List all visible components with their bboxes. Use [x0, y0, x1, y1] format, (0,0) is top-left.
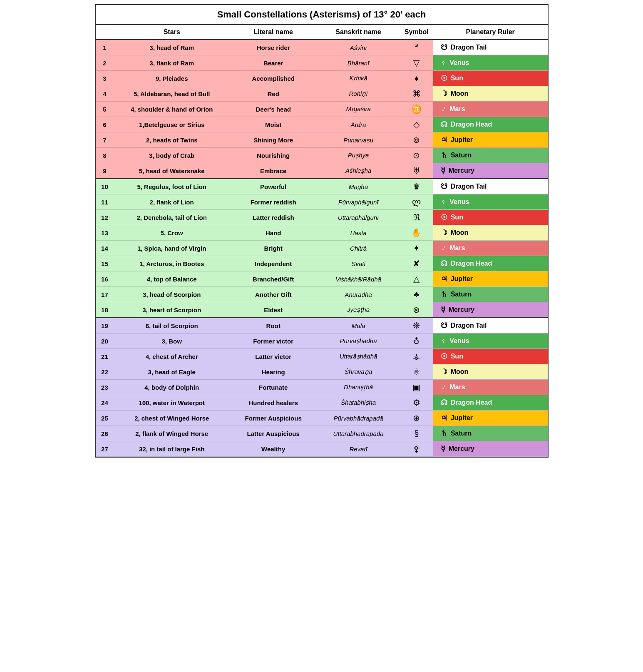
row-number: 7: [96, 132, 114, 148]
symbol-cell: ▣: [400, 380, 433, 395]
ruler-symbol: ☿: [441, 444, 445, 453]
ruler-name: Saturn: [451, 430, 472, 437]
ruler-symbol: ♃: [441, 274, 447, 284]
literal-name-cell: Independent: [230, 256, 317, 271]
literal-name-cell: Horse rider: [230, 40, 317, 55]
ruler-name: Saturn: [451, 291, 472, 298]
table-title: Small Constellations (Asterisms) of 13° …: [96, 5, 548, 25]
ruler-name: Moon: [451, 90, 469, 97]
row-number: 14: [96, 241, 114, 256]
ruler-cell: ☿Mercury: [433, 302, 548, 318]
constellations-table: Stars Literal name Sanskrit name Symbol …: [96, 25, 548, 457]
row-number: 17: [96, 287, 114, 302]
symbol-cell: ♅: [400, 163, 433, 179]
table-row: 112, flank of LionFormer reddishPūrvaphā…: [96, 194, 548, 210]
stars-cell: 3, body of Crab: [114, 148, 230, 163]
ruler-symbol: ☽: [441, 367, 447, 376]
ruler-cell: ☋Dragon Tail: [433, 318, 548, 334]
literal-name-cell: Hearing: [230, 364, 317, 380]
row-number: 12: [96, 210, 114, 225]
literal-name-cell: Root: [230, 318, 317, 334]
ruler-cell: ☿Mercury: [433, 163, 548, 179]
table-row: 23, flank of RamBearerBhāranī▽♀Venus: [96, 55, 548, 71]
table-row: 39, PleiadesAccomplishedKṛttikā♦☉Sun: [96, 71, 548, 86]
ruler-cell: ♂Mars: [433, 102, 548, 117]
symbol-cell: ✋: [400, 225, 433, 241]
row-number: 26: [96, 426, 114, 441]
literal-name-cell: Deer's head: [230, 102, 317, 117]
sanskrit-name-cell: Māgha: [317, 179, 400, 194]
symbol-cell: ✘: [400, 256, 433, 271]
ruler-symbol: ♂: [441, 383, 447, 392]
header-row: Stars Literal name Sanskrit name Symbol …: [96, 25, 548, 40]
ruler-name: Jupiter: [451, 136, 473, 144]
ruler-name: Mercury: [449, 445, 474, 453]
table-row: 24100, water in WaterpotHundred healersŚ…: [96, 395, 548, 411]
ruler-cell: ♀Venus: [433, 55, 548, 71]
col-sanskrit: Sanskrit name: [317, 25, 400, 40]
col-symbol: Symbol: [400, 25, 433, 40]
ruler-cell: ☽Moon: [433, 364, 548, 380]
ruler-name: Sun: [451, 353, 463, 360]
stars-cell: 4, chest of Archer: [114, 349, 230, 364]
literal-name-cell: Branched/Gift: [230, 271, 317, 287]
ruler-symbol: ♃: [441, 413, 447, 423]
symbol-cell: ▽: [400, 55, 433, 71]
symbol-cell: §: [400, 426, 433, 441]
sanskrit-name-cell: Mūla: [317, 318, 400, 334]
table-row: 151, Arcturus, in BootesIndependentSvāti…: [96, 256, 548, 271]
sanskrit-name-cell: Aśvinī: [317, 40, 400, 55]
ruler-name: Venus: [449, 337, 469, 345]
literal-name-cell: Accomplished: [230, 71, 317, 86]
sanskrit-name-cell: Viśhākhā/Rādhā: [317, 271, 400, 287]
ruler-name: Dragon Tail: [451, 44, 487, 51]
ruler-symbol: ♀: [441, 59, 447, 67]
ruler-name: Dragon Head: [451, 260, 492, 267]
ruler-symbol: ♂: [441, 105, 447, 114]
literal-name-cell: Former Auspicious: [230, 411, 317, 426]
sanskrit-name-cell: Puṣhya: [317, 148, 400, 163]
table-row: 13, head of RamHorse riderAśvinīꟴ☋Dragon…: [96, 40, 548, 55]
symbol-cell: ♛: [400, 179, 433, 194]
ruler-cell: ♀Venus: [433, 334, 548, 349]
table-body: 13, head of RamHorse riderAśvinīꟴ☋Dragon…: [96, 40, 548, 457]
stars-cell: 2, chest of Winged Horse: [114, 411, 230, 426]
symbol-cell: ლ: [400, 194, 433, 210]
ruler-cell: ☋Dragon Tail: [433, 179, 548, 194]
stars-cell: 3, head of Scorpion: [114, 287, 230, 302]
stars-cell: 5, head of Watersnake: [114, 163, 230, 179]
symbol-cell: ⊗: [400, 302, 433, 318]
table-row: 164, top of BalanceBranched/GiftViśhākhā…: [96, 271, 548, 287]
stars-cell: 9, Pleiades: [114, 71, 230, 86]
ruler-symbol: ☉: [441, 213, 447, 222]
table-row: 141, Spica, hand of VirginBrightChitrā✦♂…: [96, 241, 548, 256]
literal-name-cell: Another Gift: [230, 287, 317, 302]
literal-name-cell: Nourishing: [230, 148, 317, 163]
literal-name-cell: Former victor: [230, 334, 317, 349]
row-number: 15: [96, 256, 114, 271]
table-row: 72, heads of TwinsShining MorePunarvasu⊚…: [96, 132, 548, 148]
ruler-cell: ☉Sun: [433, 210, 548, 225]
literal-name-cell: Fortunate: [230, 380, 317, 395]
ruler-name: Mars: [449, 244, 465, 252]
ruler-cell: ☉Sun: [433, 71, 548, 86]
sanskrit-name-cell: Pūrvabhādrapadā: [317, 411, 400, 426]
ruler-cell: ♄Saturn: [433, 148, 548, 163]
row-number: 3: [96, 71, 114, 86]
stars-cell: 1, Arcturus, in Bootes: [114, 256, 230, 271]
ruler-name: Dragon Tail: [451, 183, 487, 190]
ruler-name: Sun: [451, 75, 463, 82]
sanskrit-name-cell: Ārdra: [317, 117, 400, 132]
ruler-name: Moon: [451, 229, 469, 236]
ruler-name: Dragon Tail: [451, 322, 487, 329]
table-row: 2732, in tail of large FishWealthyRevatī…: [96, 441, 548, 457]
table-row: 95, head of WatersnakeEmbraceAśhleṣha♅☿M…: [96, 163, 548, 179]
row-number: 25: [96, 411, 114, 426]
ruler-symbol: ☋: [441, 43, 447, 52]
sanskrit-name-cell: Jyeṣṭha: [317, 302, 400, 318]
sanskrit-name-cell: Mṛgaśira: [317, 102, 400, 117]
ruler-symbol: ☋: [441, 321, 447, 330]
row-number: 2: [96, 55, 114, 71]
sanskrit-name-cell: Aśhleṣha: [317, 163, 400, 179]
stars-cell: 2, flank of Lion: [114, 194, 230, 210]
